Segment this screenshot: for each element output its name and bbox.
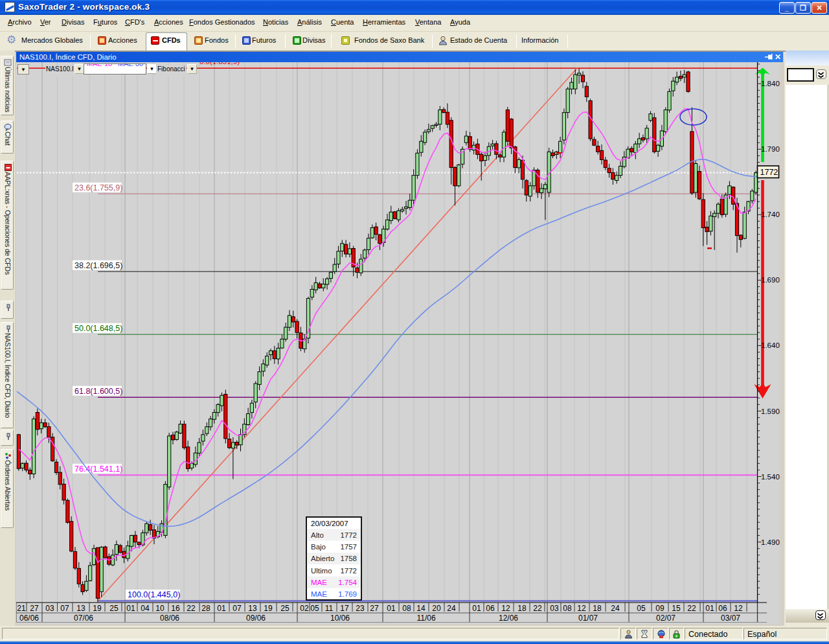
svg-text:23: 23 <box>356 604 365 613</box>
svg-text:03: 03 <box>45 604 54 613</box>
svg-text:11: 11 <box>325 604 334 613</box>
svg-text:22: 22 <box>533 604 542 613</box>
svg-text:12: 12 <box>577 604 586 613</box>
svg-text:61.8(1.600,5): 61.8(1.600,5) <box>74 387 122 396</box>
svg-text:07: 07 <box>233 604 242 613</box>
svg-text:MAE: MAE <box>311 590 327 598</box>
svg-text:01: 01 <box>472 604 481 613</box>
svg-text:1.740: 1.740 <box>761 211 780 218</box>
svg-text:06: 06 <box>718 604 727 613</box>
svg-text:19: 19 <box>93 604 102 613</box>
svg-text:19: 19 <box>264 604 273 613</box>
svg-text:1.790: 1.790 <box>761 145 780 153</box>
svg-text:03: 03 <box>550 604 559 613</box>
svg-text:01: 01 <box>217 604 226 613</box>
svg-text:1.540: 1.540 <box>761 473 780 481</box>
svg-text:25: 25 <box>109 604 119 613</box>
svg-text:22: 22 <box>187 604 196 613</box>
svg-text:13: 13 <box>76 604 85 613</box>
svg-text:1.769: 1.769 <box>338 590 357 598</box>
svg-text:20/03/2007: 20/03/2007 <box>311 520 348 527</box>
svg-text:14: 14 <box>416 604 426 613</box>
svg-text:Ultimo: Ultimo <box>311 567 332 575</box>
svg-text:12: 12 <box>501 604 510 613</box>
svg-text:1758: 1758 <box>340 555 357 562</box>
svg-text:1757: 1757 <box>340 543 357 551</box>
svg-text:01: 01 <box>705 604 714 613</box>
svg-text:27: 27 <box>30 604 39 613</box>
svg-text:03/07: 03/07 <box>721 614 740 623</box>
svg-text:15: 15 <box>672 604 681 613</box>
svg-text:04: 04 <box>141 604 150 613</box>
svg-text:01: 01 <box>387 604 396 613</box>
svg-text:0.0(1.851,9): 0.0(1.851,9) <box>199 62 240 65</box>
svg-text:23.6(1.755,9): 23.6(1.755,9) <box>74 183 122 192</box>
svg-text:1772: 1772 <box>340 567 357 575</box>
svg-text:100.0(1.445,0): 100.0(1.445,0) <box>128 590 180 599</box>
svg-text:1.840: 1.840 <box>761 80 780 87</box>
svg-text:01/07: 01/07 <box>578 614 598 623</box>
svg-text:07: 07 <box>60 604 69 613</box>
svg-text:06: 06 <box>486 604 495 613</box>
svg-text:02: 02 <box>300 604 309 613</box>
svg-text:05: 05 <box>310 604 319 613</box>
svg-text:28: 28 <box>201 604 210 613</box>
svg-text:27: 27 <box>370 604 379 613</box>
svg-text:24: 24 <box>611 604 620 613</box>
svg-text:76.4(1.541,1): 76.4(1.541,1) <box>74 465 122 474</box>
svg-text:13: 13 <box>248 604 257 613</box>
svg-text:06/06: 06/06 <box>19 614 39 623</box>
svg-text:1.590: 1.590 <box>761 408 780 415</box>
svg-text:1.690: 1.690 <box>761 276 780 284</box>
svg-text:24: 24 <box>447 604 456 613</box>
svg-text:Bajo: Bajo <box>311 543 326 551</box>
svg-text:08/06: 08/06 <box>160 614 179 623</box>
svg-text:1772: 1772 <box>340 531 357 539</box>
svg-text:22: 22 <box>687 604 696 613</box>
svg-text:Alto: Alto <box>311 531 324 539</box>
svg-text:17: 17 <box>340 604 349 613</box>
svg-text:1.490: 1.490 <box>761 538 780 546</box>
svg-text:50.0(1.648,5): 50.0(1.648,5) <box>74 324 122 333</box>
svg-text:01: 01 <box>126 604 135 613</box>
svg-text:05: 05 <box>637 604 646 613</box>
svg-text:12: 12 <box>734 604 743 613</box>
svg-text:25: 25 <box>280 604 290 613</box>
svg-text:11/06: 11/06 <box>416 614 435 623</box>
svg-text:09/06: 09/06 <box>246 614 266 623</box>
svg-text:21: 21 <box>17 604 26 613</box>
svg-text:18: 18 <box>593 604 602 613</box>
svg-text:02/07: 02/07 <box>656 614 676 623</box>
svg-text:1.754: 1.754 <box>338 579 357 586</box>
svg-text:18: 18 <box>517 604 527 613</box>
svg-text:38.2(1.696,5): 38.2(1.696,5) <box>74 261 122 270</box>
svg-text:10/06: 10/06 <box>330 614 350 623</box>
svg-text:16: 16 <box>171 604 180 613</box>
svg-text:08: 08 <box>402 604 411 613</box>
svg-text:10: 10 <box>155 604 165 613</box>
svg-text:20: 20 <box>432 604 441 613</box>
svg-text:1.640: 1.640 <box>761 341 780 349</box>
svg-text:1772: 1772 <box>760 168 778 177</box>
svg-text:MAE: MAE <box>311 579 327 586</box>
svg-text:12/06: 12/06 <box>499 614 518 623</box>
svg-text:09: 09 <box>655 604 664 613</box>
svg-text:07/06: 07/06 <box>74 614 93 623</box>
svg-text:Abierto: Abierto <box>311 555 334 562</box>
svg-text:08: 08 <box>563 604 572 613</box>
